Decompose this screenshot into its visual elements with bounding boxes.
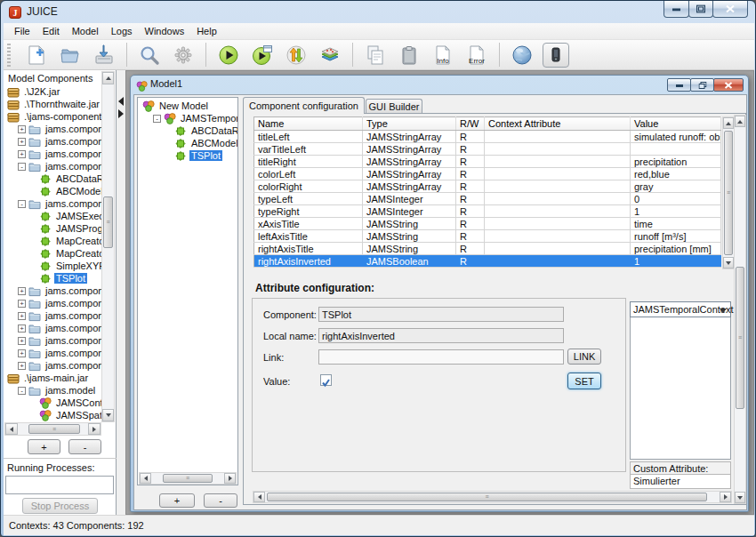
tree-item-new-model[interactable]: New Model: [139, 100, 237, 112]
tree-item-jamsspatia[interactable]: JAMSSpatia: [4, 409, 101, 421]
save-model-button[interactable]: [91, 43, 117, 68]
scroll-up-button[interactable]: [102, 72, 114, 84]
frame-add-button[interactable]: +: [159, 493, 195, 508]
tree-item-jams-componen[interactable]: +jams.componen: [4, 359, 101, 372]
copy-button[interactable]: [362, 43, 389, 68]
tree-item-abcmodel[interactable]: ABCModel: [4, 185, 101, 197]
custom-attribute-field[interactable]: Simulierter: [630, 475, 731, 489]
close-button[interactable]: [712, 1, 748, 18]
scroll-down-button[interactable]: [102, 409, 114, 421]
menu-item-edit[interactable]: Edit: [36, 24, 66, 38]
minimize-button[interactable]: [664, 1, 689, 18]
toolbar-grip[interactable]: [7, 44, 11, 67]
tree-item-mapcreator[interactable]: MapCreator: [4, 235, 101, 247]
scroll-up-button[interactable]: [735, 116, 745, 127]
expand-right-icon[interactable]: [118, 109, 124, 118]
map-layers-button[interactable]: [317, 43, 343, 68]
collapse-icon[interactable]: -: [18, 387, 26, 395]
expand-icon[interactable]: +: [18, 125, 26, 133]
tree-item-jamstemporalcontext[interactable]: -JAMSTemporalContext: [139, 112, 237, 124]
scroll-right-button[interactable]: [88, 423, 101, 435]
tree-item-jamsexecir[interactable]: JAMSExecIr: [4, 210, 101, 222]
frame-remove-button[interactable]: -: [204, 493, 237, 508]
tree-item-jams-model[interactable]: -jams.model: [4, 384, 101, 397]
tab-component-configuration[interactable]: Component configuration: [243, 97, 365, 114]
tree-item-abcdatare[interactable]: ABCDataRe: [4, 172, 101, 185]
tree-item-jamsconte[interactable]: JAMSConte: [4, 397, 101, 409]
table-row[interactable]: xAxisTitleJAMSStringRtime: [254, 218, 721, 230]
tree-item-jams-componen[interactable]: +jams.componen: [4, 123, 101, 135]
open-model-button[interactable]: [57, 43, 84, 68]
collapse-icon[interactable]: -: [153, 115, 161, 123]
exchange-button[interactable]: [283, 43, 310, 68]
run-model-gui-button[interactable]: [249, 43, 276, 68]
expand-icon[interactable]: +: [18, 287, 26, 295]
expand-icon[interactable]: +: [18, 150, 26, 158]
expand-icon[interactable]: +: [18, 337, 26, 345]
tree-item-abcmodel[interactable]: ABCModel: [139, 137, 237, 149]
expand-icon[interactable]: +: [18, 362, 26, 370]
expand-icon[interactable]: +: [18, 138, 26, 146]
table-row[interactable]: rightAxisTitleJAMSStringRprecipitation […: [254, 243, 721, 255]
components-tree-vertical-scrollbar[interactable]: ≡: [101, 71, 115, 422]
table-row[interactable]: typeLeftJAMSIntegerR0: [254, 193, 721, 205]
context-dropdown[interactable]: JAMSTemporalContext: [630, 301, 731, 317]
menu-item-help[interactable]: Help: [190, 24, 223, 38]
collapse-icon[interactable]: -: [18, 200, 26, 208]
frame-restore-button[interactable]: [690, 78, 714, 92]
splitter[interactable]: [117, 70, 125, 515]
expand-icon[interactable]: +: [18, 349, 26, 357]
scroll-right-button[interactable]: [224, 473, 236, 484]
model-tree-horizontal-scrollbar[interactable]: ≡: [139, 472, 237, 485]
table-row[interactable]: colorLeftJAMSStringArrayRred,blue: [254, 168, 721, 180]
device-button[interactable]: [543, 43, 569, 68]
stop-process-button[interactable]: Stop Process: [22, 498, 98, 514]
tree-item-tsplot[interactable]: TSPlot: [139, 149, 237, 162]
tree-item-tsplot[interactable]: TSPlot: [4, 272, 101, 285]
column-header-r-w[interactable]: R/W: [456, 117, 485, 131]
column-header-type[interactable]: Type: [363, 117, 456, 131]
expand-icon[interactable]: +: [18, 325, 26, 333]
error-log-button[interactable]: Error: [463, 43, 490, 68]
add-component-button[interactable]: +: [28, 439, 60, 454]
frame-minimize-button[interactable]: [667, 78, 691, 92]
menu-item-logs[interactable]: Logs: [105, 24, 139, 38]
scroll-down-button[interactable]: [735, 492, 745, 503]
table-row[interactable]: titleRightJAMSStringArrayRprecipitation: [254, 156, 721, 168]
tree-item-jams-componen[interactable]: +jams.componen: [4, 347, 101, 359]
menu-item-model[interactable]: Model: [66, 24, 105, 38]
running-processes-list[interactable]: [5, 476, 114, 494]
tree-item-jams-componen[interactable]: +jams.componen: [4, 148, 101, 160]
table-row[interactable]: titleLeftJAMSStringArrayRsimulated runof…: [254, 131, 721, 143]
tree-item-jams-componen[interactable]: -jams.componen: [4, 197, 101, 210]
scroll-up-button[interactable]: [723, 117, 734, 129]
collapse-left-icon[interactable]: [118, 97, 124, 106]
tree-item--thornthwaite-jar[interactable]: .\Thornthwaite.jar: [4, 98, 101, 110]
table-vertical-scrollbar[interactable]: ≡: [722, 116, 735, 269]
scroll-thumb[interactable]: ≡: [267, 493, 707, 501]
panel-horizontal-scrollbar[interactable]: ≡: [253, 491, 732, 503]
scroll-left-button[interactable]: [140, 473, 151, 484]
link-field[interactable]: [318, 349, 564, 365]
search-button[interactable]: [136, 43, 163, 68]
table-row[interactable]: colorRightJAMSStringArrayRgray: [254, 180, 721, 193]
menu-item-file[interactable]: File: [8, 24, 36, 38]
tree-item-abcdatareader[interactable]: ABCDataReader: [139, 124, 237, 137]
tree-item--jams-components[interactable]: .\jams-components: [4, 110, 101, 123]
run-model-button[interactable]: [215, 43, 242, 68]
local-name-field[interactable]: [318, 328, 564, 343]
online-button[interactable]: [509, 43, 535, 68]
table-row[interactable]: varTitleLeftJAMSStringArrayR: [254, 143, 721, 156]
tree-item-simplexyplo[interactable]: SimpleXYPlo: [4, 260, 101, 272]
scroll-left-button[interactable]: [253, 492, 265, 502]
frame-close-button[interactable]: [713, 78, 744, 92]
scroll-thumb[interactable]: ≡: [103, 196, 113, 248]
tree-item-jamsprogre[interactable]: JAMSProgre: [4, 222, 101, 235]
scroll-thumb[interactable]: ≡: [163, 474, 213, 483]
tab-gui-builder[interactable]: GUI Builder: [366, 99, 422, 114]
menu-item-windows[interactable]: Windows: [139, 24, 191, 38]
value-checkbox[interactable]: [320, 374, 332, 386]
scroll-left-button[interactable]: [5, 423, 18, 435]
new-model-button[interactable]: [23, 43, 50, 68]
components-tree-horizontal-scrollbar[interactable]: ≡: [4, 422, 101, 436]
